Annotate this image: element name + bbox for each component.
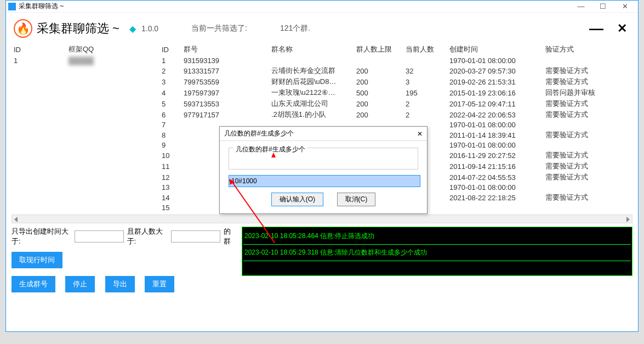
cell: 2: [159, 65, 181, 76]
cell: 需要验证方式: [543, 129, 632, 140]
cell: 799753559: [181, 76, 269, 87]
stop-button[interactable]: 停止: [65, 276, 95, 292]
cell: .2胡凯强1.的小队: [269, 109, 354, 120]
cell: 200: [354, 98, 403, 109]
col-qq[interactable]: 框架QQ: [66, 43, 159, 56]
table-row[interactable]: 19315931391970-01-01 08:00:00: [159, 56, 632, 66]
cell: 200: [354, 76, 403, 87]
table-row[interactable]: 5593713553山东天成湖北公司20022017-05-12 09:47:1…: [159, 98, 632, 109]
log-line: 2023-02-10 18:05:28.464 信息:停止筛选成功: [243, 228, 631, 245]
col-header[interactable]: 群名称: [269, 43, 354, 56]
col-header[interactable]: ID: [159, 43, 181, 56]
cell: 2022-04-22 20:06:53: [447, 109, 543, 120]
cell: 2019-02-26 21:53:31: [447, 76, 543, 87]
cell: [543, 183, 632, 192]
header-close-icon[interactable]: ✕: [617, 21, 627, 36]
window-title: 采集群聊筛选 ~: [19, 2, 64, 11]
col-id[interactable]: ID: [12, 43, 66, 56]
get-time-button[interactable]: 取现行时间: [12, 252, 62, 268]
cell: 931593139: [181, 56, 269, 66]
cell: 977917157: [181, 109, 269, 120]
generate-button[interactable]: 生成群号: [12, 276, 55, 292]
cell: [403, 56, 447, 66]
cell-qq: █████: [66, 56, 159, 66]
time-input[interactable]: [75, 230, 124, 243]
app-title: 采集群聊筛选 ~: [37, 20, 119, 37]
col-header[interactable]: 当前人数: [403, 43, 447, 56]
cell: 1970-01-01 08:00:00: [447, 183, 543, 192]
maximize-button[interactable]: ☐: [592, 1, 614, 13]
log-line: 2023-02-10 18:05:29.318 信息:清除几位数群和生成多少个成…: [243, 245, 631, 261]
cell: 需要验证方式: [543, 172, 632, 183]
col-header[interactable]: 群号: [181, 43, 269, 56]
cell: [354, 56, 403, 66]
cell: 2021-08-22 22:18:25: [447, 192, 543, 203]
cell: 1: [159, 56, 181, 66]
app-icon: [8, 3, 16, 10]
cell: 需要验证方式: [543, 161, 632, 172]
cell: 1970-01-01 08:00:00: [447, 140, 543, 150]
cell: 195: [403, 87, 447, 98]
cell: [447, 203, 543, 212]
reset-button[interactable]: 重置: [145, 276, 174, 292]
cell: 11: [159, 161, 181, 172]
table-row[interactable]: 1█████: [12, 56, 159, 66]
cell: 2020-03-27 09:57:30: [447, 65, 543, 76]
col-header[interactable]: 群人数上限: [354, 43, 403, 56]
cell: [543, 203, 632, 212]
cell: 2011-09-14 21:15:16: [447, 161, 543, 172]
minimize-button[interactable]: —: [570, 1, 592, 13]
count-input[interactable]: [171, 230, 220, 243]
cell: 需要验证方式: [543, 76, 632, 87]
dialog-title: 几位数的群#生成多少个: [224, 129, 294, 138]
cell: 需要验证方式: [543, 98, 632, 109]
cell: 需要验证方式: [543, 65, 632, 76]
table-row[interactable]: 6977917157.2胡凯强1.的小队20022022-04-22 20:06…: [159, 109, 632, 120]
controls-panel: 只导出创建时间大于: 且群人数大于: 的群 取现行时间 生成群号 停止 导出 重…: [12, 227, 236, 292]
cell: 一束玫瑰\u2122⑥…: [269, 87, 354, 98]
version-label: 1.0.0: [141, 24, 158, 33]
cell: 13: [159, 183, 181, 192]
dialog-ok-button[interactable]: 确认输入(O): [271, 193, 323, 206]
cell: 200: [354, 65, 403, 76]
dialog-input[interactable]: [229, 175, 420, 187]
table-row[interactable]: 4197597397一束玫瑰\u2122⑥…5001952015-01-19 2…: [159, 87, 632, 98]
cell: 200: [354, 109, 403, 120]
col-header[interactable]: 验证方式: [543, 43, 632, 56]
cell: 2017-05-12 09:47:11: [447, 98, 543, 109]
cell: 2015-01-19 23:06:16: [447, 87, 543, 98]
close-button[interactable]: ✕: [614, 1, 636, 13]
cell: 3: [159, 76, 181, 87]
log-panel: 2023-02-10 18:05:28.464 信息:停止筛选成功 2023-0…: [242, 227, 632, 276]
cell: 4: [159, 87, 181, 98]
horizontal-scrollbar[interactable]: [12, 215, 632, 223]
cell: 5: [159, 98, 181, 109]
cell: 15: [159, 203, 181, 212]
cell: 593713553: [181, 98, 269, 109]
dialog-cancel-button[interactable]: 取消(C): [337, 193, 376, 206]
cell: 云埔街长寿金交流群: [269, 65, 354, 76]
table-row[interactable]: 2913331577云埔街长寿金交流群200322020-03-27 09:57…: [159, 65, 632, 76]
cell: 32: [403, 65, 447, 76]
cell: 需要验证方式: [543, 192, 632, 203]
cell: [543, 56, 632, 66]
dialog-titlebar: 几位数的群#生成多少个 ✕: [220, 127, 427, 141]
cell: 财财的后花园\uD8…: [269, 76, 354, 87]
export-button[interactable]: 导出: [105, 276, 135, 292]
cell: 913331577: [181, 65, 269, 76]
table-row[interactable]: 3799753559财财的后花园\uD8…20032019-02-26 21:5…: [159, 76, 632, 87]
count-label: 121个群.: [280, 24, 310, 33]
dialog-frame-label: 几位数的群#生成多少个: [233, 145, 307, 153]
cell: 2016-11-29 20:27:52: [447, 150, 543, 161]
col-header[interactable]: 创建时间: [447, 43, 543, 56]
header-minimize-icon[interactable]: —: [589, 20, 603, 37]
dialog-close-icon[interactable]: ✕: [417, 130, 423, 138]
cell: 500: [354, 87, 403, 98]
cell: 7: [159, 120, 181, 129]
cell: 10: [159, 150, 181, 161]
dialog-frame: 几位数的群#生成多少个: [229, 148, 418, 170]
header: 🔥 采集群聊筛选 ~ ◆ 1.0.0 当前一共筛选了: 121个群. — ✕: [6, 13, 638, 43]
left-table: ID 框架QQ 1█████: [12, 43, 159, 213]
cell: 1970-01-01 08:00:00: [447, 56, 543, 66]
cell: 3: [403, 76, 447, 87]
